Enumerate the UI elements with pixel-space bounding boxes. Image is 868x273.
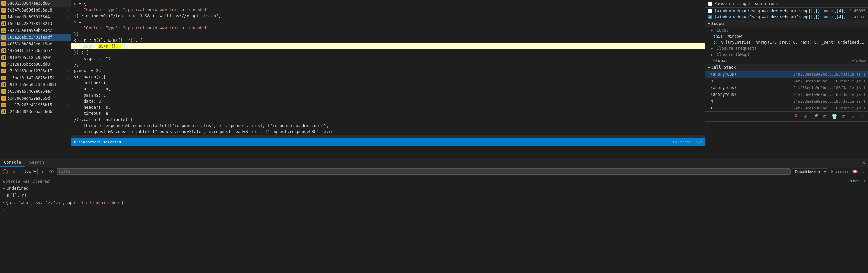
breakpoint-checkbox[interactable] (708, 15, 712, 19)
call-stack-entry[interactable]: (anonymous) 24a233ee1a9e9bc...168f3ac1e.… (705, 84, 868, 91)
console-undefined-line: ← undefined (0, 185, 868, 192)
call-stack-entry[interactable]: m 24a233ee1a9e9bc...168f3ac1e.js:1 (705, 78, 868, 84)
share-icon[interactable]: ↗ (849, 112, 857, 121)
file-item[interactable]: JS b34786bed429aa365d - (0, 95, 71, 102)
file-item[interactable]: JS 6e347d8a096fb9b3ac8 - (0, 7, 71, 14)
expand-object-icon[interactable]: ▶ (3, 200, 5, 206)
code-text: }, (74, 62, 79, 68)
console-close-button[interactable]: × (859, 159, 868, 166)
js-file-icon: JS (1, 62, 6, 67)
scope-closure-bmwp-label: Closure (bMwp) (717, 52, 750, 57)
code-line[interactable]: sign: s("") (71, 56, 705, 62)
block-icon-button[interactable]: ⊘ (10, 168, 18, 175)
call-stack-header[interactable]: ▼ Call Stack (705, 64, 868, 71)
file-item[interactable]: JS 24a233ee1a9e9bc93c2 - (0, 27, 71, 34)
file-item[interactable]: JS c2436fd823e9aa316db - (0, 108, 71, 115)
console-object-line: ▶ {os: 'web', sv: '7.7.5', app: 'Cailian… (0, 199, 868, 206)
translate-icon[interactable]: 英 (802, 112, 810, 121)
code-line[interactable]: params: c, (71, 92, 705, 98)
grid-icon-label: ⊞ (842, 114, 845, 119)
pause-on-caught-label: Pause on caught exceptions (714, 1, 778, 6)
file-item[interactable]: JS af3bcf0f142b6873e15f - (0, 75, 71, 81)
call-stack-entry[interactable]: (anonymous) 24a233ee1a9e9bc...168f3ac1e.… (705, 71, 868, 78)
clear-console-button[interactable]: 🚫 (1, 168, 9, 175)
code-line[interactable]: s = { (71, 1, 705, 7)
dots-icon[interactable]: ⋯ (859, 112, 867, 121)
code-line[interactable]: url: t + n, (71, 86, 705, 92)
scope-local-row[interactable]: ▶ Local (705, 27, 868, 33)
code-line[interactable]: method: i, (71, 80, 705, 86)
console-settings-button[interactable]: ⚙ (859, 168, 867, 175)
eye-icon-button[interactable]: 👁 (48, 168, 55, 175)
code-scrollbar[interactable] (71, 135, 705, 138)
code-line[interactable]: sign: DS(m({}, r)) (71, 43, 705, 49)
code-line[interactable]: "Content-Type": "application/x-www-form-… (71, 25, 705, 31)
code-line[interactable]: }), (71, 31, 705, 37)
file-item[interactable]: JS 29107295.18dc930201 - (0, 54, 71, 61)
code-line[interactable]: y().awrap(x({ (71, 74, 705, 80)
code-line[interactable]: "Content-Type": "application/x-www-form-… (71, 7, 705, 13)
devtools-main: JS 0a001383647ee33d66 - JS 6e347d8a096fb… (0, 0, 868, 158)
scope-closure-bmwp-row[interactable]: ▶ Closure (bMwp) (705, 51, 868, 58)
code-line[interactable]: p.next = 23, (71, 68, 705, 74)
code-line[interactable]: }) : n.indexOf("/tool") > -1 && (t = "ht… (71, 13, 705, 19)
tshirt-icon-label: 👕 (831, 114, 837, 119)
tab-console[interactable]: Console (0, 158, 25, 167)
file-item[interactable]: JS 885a20ab5c3401fe9df - (0, 34, 71, 41)
tshirt-icon[interactable]: 👕 (830, 112, 838, 121)
call-stack-entry[interactable]: m 24a233ee1a9e9bc...168f3ac1e.js:1 (705, 98, 868, 105)
file-item[interactable]: JS b9f9ffa56b0cf320fd85f - (0, 81, 71, 88)
grid-icon[interactable]: ⊞ (840, 112, 848, 121)
code-line[interactable]: c = r ? m({}, E(m({}, r)), { (71, 37, 705, 43)
breakpoint-item[interactable]: (window.webpackJsonp=window.webpackJsonp… (705, 14, 868, 20)
js-file-icon: JS (1, 42, 6, 46)
file-dash: - (67, 56, 70, 60)
code-line[interactable]: s = { (71, 19, 705, 25)
tab-search[interactable]: Search (25, 158, 48, 167)
call-stack-entry[interactable]: (anonymous) 24a233ee1a9e9bc...168f3ac1e.… (705, 91, 868, 98)
code-line[interactable]: timeout: a (71, 110, 705, 117)
context-dropdown-icon[interactable]: ▾ (39, 168, 46, 175)
scope-closure-request-row[interactable]: ▶ Closure (request) (705, 45, 868, 51)
console-input-line[interactable]: › (0, 206, 868, 213)
file-item[interactable]: JS a7c01f63ebe12385c17 - (0, 68, 71, 75)
code-line[interactable]: }, (71, 62, 705, 68)
code-line[interactable]: e.request && console.table([["request.re… (71, 129, 705, 135)
file-item[interactable]: JS 43128105bccb860dd8 - (0, 61, 71, 68)
code-line[interactable]: data: u, (71, 98, 705, 104)
log-level-selector[interactable]: Default levels ▾ (792, 168, 828, 175)
file-item[interactable]: JS 14dcadd3c3939156d4f - (0, 14, 71, 20)
file-item[interactable]: JS 447641ff317a3653ce7 - (0, 47, 71, 54)
clear-icon: 🚫 (2, 169, 8, 174)
file-name-label: af3bcf0f142b6873e15f (7, 76, 66, 80)
context-selector[interactable]: top (22, 168, 38, 175)
file-item[interactable]: JS 15e4bbc2821881682f3 - (0, 20, 71, 27)
code-panel[interactable]: s = { "Content-Type": "application/x-www… (71, 0, 705, 158)
breakpoint-item[interactable]: (window.webpackJsonp=window.webpackJsonp… (705, 8, 868, 14)
file-item[interactable]: JS 0a001383647ee33d66 - (0, 0, 71, 7)
code-text: headers: s, (74, 104, 111, 110)
vm-loc[interactable]: VM9591:1 (847, 178, 865, 184)
third-party-toolbar: S 英 🎤 ⊞ 👕 ⊞ ↗ ⋯ (705, 112, 868, 122)
scope-header[interactable]: ▼ Scope (705, 20, 868, 27)
code-line[interactable]: }) : { (71, 49, 705, 56)
console-filter-input[interactable] (57, 168, 791, 175)
table-icon[interactable]: ⊞ (821, 112, 829, 121)
pause-on-caught-checkbox[interactable] (708, 2, 712, 6)
file-item[interactable]: JS b637e9a5.469e0964e7 - (0, 88, 71, 95)
file-item[interactable]: JS 40551a0b8348edaf9ae - (0, 41, 71, 47)
call-stack-entry[interactable]: r 24a233ee1a9e9bc...168f3ac1e.js:1 (705, 105, 868, 111)
js-file-icon: JS (1, 103, 6, 107)
code-line[interactable]: throw e.response && console.table([["res… (71, 123, 705, 129)
console-input[interactable] (7, 207, 865, 211)
code-line[interactable]: })).catch((function(e) { (71, 117, 705, 123)
console-output[interactable]: Console was cleared VM9591:1 ← undefined… (0, 176, 868, 273)
sogou-icon[interactable]: S (792, 112, 800, 121)
file-item[interactable]: JS bfc17e263e481933b15 - (0, 102, 71, 108)
expr-text: m({}, r) (7, 192, 865, 198)
mic-icon[interactable]: 🎤 (811, 112, 819, 121)
breakpoint-checkbox[interactable] (708, 9, 712, 13)
code-line[interactable]: headers: s, (71, 104, 705, 110)
debugger-panel: Pause on caught exceptions (window.webpa… (705, 0, 868, 158)
file-name-label: 24a233ee1a9e9bc93c2 (7, 28, 66, 33)
